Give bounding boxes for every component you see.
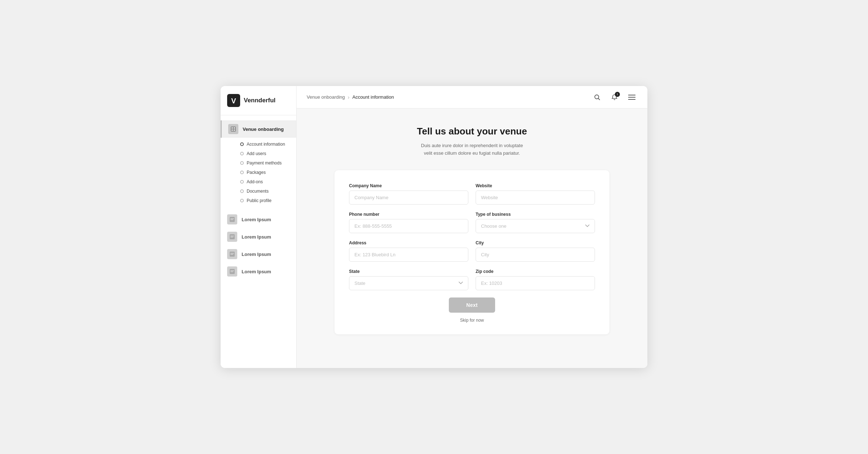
svg-rect-8 [230, 218, 234, 219]
other-item-icon-0 [227, 214, 237, 224]
other-item-icon-1 [227, 232, 237, 242]
zip-label: Zip code [476, 269, 595, 274]
form-actions: Next Skip for now [349, 297, 595, 323]
svg-rect-5 [231, 129, 233, 131]
form-group-state: State State [349, 269, 468, 290]
sidebar-sub-label-documents: Documents [247, 189, 269, 194]
phone-label: Phone number [349, 212, 468, 217]
company-name-input[interactable] [349, 190, 468, 205]
sub-dot-addons [240, 180, 244, 184]
phone-input[interactable] [349, 219, 468, 233]
sidebar-item-venue-onboarding[interactable]: Venue onboarding [221, 120, 296, 138]
sidebar-other-items: Lorem Ipsum Lorem Ipsum [221, 207, 296, 284]
svg-rect-15 [230, 254, 233, 255]
other-item-label-2: Lorem Ipsum [242, 252, 271, 257]
logo-icon: V [227, 94, 240, 107]
form-row-1: Company Name Website [349, 183, 595, 205]
form-row-3: Address City [349, 240, 595, 262]
sidebar-sub-public-profile[interactable]: Public profile [240, 196, 296, 205]
sidebar-sub-label-public-profile: Public profile [247, 198, 272, 203]
form-title: Tell us about your venue [417, 126, 527, 137]
next-button[interactable]: Next [449, 297, 495, 313]
city-label: City [476, 240, 595, 245]
type-of-business-select[interactable]: Choose one [476, 219, 595, 233]
svg-rect-9 [230, 219, 233, 220]
sidebar-other-item-3[interactable]: Lorem Ipsum [221, 263, 296, 280]
breadcrumb-current: Account information [352, 94, 394, 100]
svg-rect-6 [234, 129, 235, 131]
other-item-icon-3 [227, 266, 237, 277]
city-input[interactable] [476, 248, 595, 262]
svg-rect-14 [230, 253, 234, 254]
sidebar-sub-label-addons: Add-ons [247, 179, 263, 184]
sidebar: V Vennderful Venue onboardi [221, 86, 297, 368]
other-item-label-3: Lorem Ipsum [242, 269, 271, 274]
sub-dot-documents [240, 189, 244, 193]
hamburger-icon [628, 95, 635, 100]
venue-onboarding-icon [228, 124, 238, 134]
svg-rect-11 [230, 236, 234, 236]
svg-rect-2 [231, 127, 236, 132]
sidebar-sub-items: Account information Add users Payment me… [221, 138, 296, 207]
sidebar-nav: Venue onboarding Account information Add… [221, 115, 296, 368]
header-actions: 1 [592, 92, 637, 103]
sidebar-sub-label-packages: Packages [247, 170, 266, 175]
form-row-4: State State Zip code [349, 269, 595, 290]
form-group-city: City [476, 240, 595, 262]
sub-dot-account-info [240, 142, 244, 146]
sidebar-other-item-1[interactable]: Lorem Ipsum [221, 228, 296, 245]
state-label: State [349, 269, 468, 274]
sub-dot-packages [240, 171, 244, 174]
sidebar-sub-payment[interactable]: Payment methods [240, 159, 296, 167]
form-subtitle: Duis aute irure dolor in reprehenderit i… [421, 142, 523, 157]
breadcrumb-parent[interactable]: Venue onboarding [307, 94, 345, 100]
sub-dot-public-profile [240, 199, 244, 202]
sidebar-sub-account-info[interactable]: Account information [240, 140, 296, 149]
notifications-button[interactable]: 1 [609, 92, 620, 103]
svg-rect-4 [234, 127, 235, 129]
header: Venue onboarding › Account information [297, 86, 647, 108]
other-item-label-1: Lorem Ipsum [242, 234, 271, 240]
sidebar-sub-label-add-users: Add users [247, 151, 266, 156]
sub-dot-payment [240, 161, 244, 165]
form-subtitle-line2: velit esse cillum dolore eu fugiat nulla… [424, 150, 520, 156]
app-window: V Vennderful Venue onboardi [221, 86, 647, 368]
form-group-address: Address [349, 240, 468, 262]
company-name-label: Company Name [349, 183, 468, 188]
skip-link[interactable]: Skip for now [460, 318, 484, 323]
sidebar-other-item-0[interactable]: Lorem Ipsum [221, 211, 296, 228]
type-of-business-label: Type of business [476, 212, 595, 217]
form-group-zip: Zip code [476, 269, 595, 290]
form-group-website: Website [476, 183, 595, 205]
svg-line-20 [598, 98, 600, 100]
sidebar-sub-label-payment: Payment methods [247, 160, 282, 166]
sidebar-other-item-2[interactable]: Lorem Ipsum [221, 245, 296, 263]
other-item-icon-2 [227, 249, 237, 259]
svg-rect-18 [230, 271, 233, 272]
search-button[interactable] [592, 92, 603, 103]
svg-rect-3 [231, 127, 233, 129]
sub-dot-add-users [240, 152, 244, 155]
sidebar-sub-packages[interactable]: Packages [240, 168, 296, 177]
form-card: Company Name Website Phone number Type o [335, 170, 609, 334]
website-input[interactable] [476, 190, 595, 205]
svg-rect-17 [230, 270, 234, 271]
venue-onboarding-label: Venue onboarding [243, 127, 284, 132]
sidebar-sub-add-users[interactable]: Add users [240, 149, 296, 158]
svg-text:V: V [231, 97, 236, 105]
logo-text: Vennderful [244, 97, 276, 104]
sidebar-logo: V Vennderful [221, 86, 296, 115]
address-input[interactable] [349, 248, 468, 262]
zip-input[interactable] [476, 276, 595, 290]
state-select[interactable]: State [349, 276, 468, 290]
venue-onboarding-section: Venue onboarding Account information Add… [221, 120, 296, 207]
form-group-company-name: Company Name [349, 183, 468, 205]
sidebar-sub-documents[interactable]: Documents [240, 187, 296, 196]
address-label: Address [349, 240, 468, 245]
form-group-type-of-business: Type of business Choose one [476, 212, 595, 233]
form-subtitle-line1: Duis aute irure dolor in reprehenderit i… [421, 143, 523, 148]
sidebar-sub-addons[interactable]: Add-ons [240, 177, 296, 186]
breadcrumb: Venue onboarding › Account information [307, 94, 394, 100]
menu-button[interactable] [626, 92, 637, 103]
main-content: Venue onboarding › Account information [297, 86, 647, 368]
